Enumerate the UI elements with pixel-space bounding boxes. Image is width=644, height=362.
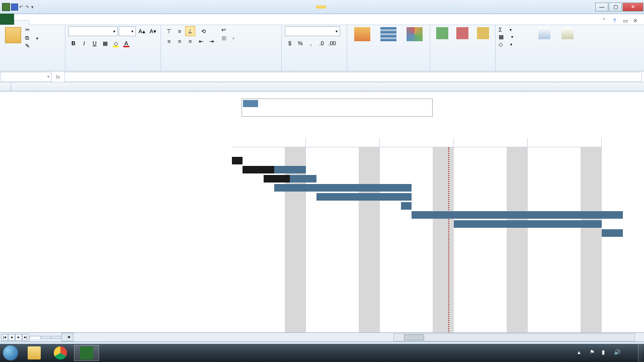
comma-icon[interactable]: , [306,38,316,48]
align-top-icon[interactable]: ⊤ [164,26,174,36]
accounting-icon[interactable]: $ [285,38,295,48]
shrink-font-icon[interactable]: A▾ [148,26,158,36]
weekend-band [359,147,380,332]
tab-page-layout[interactable] [43,21,57,25]
align-left-icon[interactable]: ≡ [164,36,174,46]
select-all-corner[interactable] [0,82,11,91]
underline-button[interactable]: U [90,38,100,48]
start-button[interactable] [0,344,21,362]
tray-volume-icon[interactable]: 🔊 [614,349,622,357]
undo-icon[interactable]: ↶ [19,5,24,10]
gantt-week-headers [232,138,602,147]
formula-input[interactable] [64,72,642,82]
name-box[interactable]: ▾ [1,72,52,82]
tab-formulas[interactable] [57,21,71,25]
dec-decimal-icon[interactable]: .00 [327,38,337,48]
group-editing-label [499,69,578,70]
tab-design[interactable] [114,21,128,25]
indent-inc-icon[interactable]: ⇥ [206,36,216,46]
align-middle-icon[interactable]: ≡ [175,26,185,36]
percent-icon[interactable]: % [295,38,305,48]
indent-dec-icon[interactable]: ⇤ [196,36,206,46]
sheet-prev-icon[interactable]: ◂ [8,334,15,341]
help-icon[interactable]: ? [613,18,620,25]
new-sheet-button[interactable]: ✦ [61,333,73,341]
window-restore-icon[interactable]: ▭ [623,18,630,25]
font-name-select[interactable]: ▾ [68,26,118,36]
formula-bar: ▾ fx [0,71,644,82]
wrap-text-button[interactable]: ↩ [221,26,234,34]
titlebar: ↶ ↷ ▾ — ▢ ✕ [0,0,644,14]
font-size-select[interactable]: ▾ [119,26,136,36]
format-as-table-button[interactable] [376,26,400,42]
merge-center-button[interactable]: ▦▾ [221,34,234,42]
tray-up-icon[interactable]: ▴ [578,349,586,357]
tab-data[interactable] [71,21,86,25]
align-bottom-icon[interactable]: ⊥ [185,26,195,36]
inc-decimal-icon[interactable]: .0 [316,38,327,48]
autosum-button[interactable]: Σ ▾ [499,26,532,33]
tray-flag-icon[interactable]: ⚑ [590,349,598,357]
taskbar-excel[interactable] [74,345,99,361]
show-desktop-button[interactable] [638,344,643,362]
grow-font-icon[interactable]: A▴ [137,26,147,36]
sort-icon [538,27,550,39]
bold-button[interactable]: B [68,38,78,48]
clear-button[interactable]: ◇ ▾ [499,41,532,48]
minimize-ribbon-icon[interactable]: ˅ [603,18,610,25]
close-button[interactable]: ✕ [622,3,643,12]
tray-network-icon[interactable]: ▮ [602,349,610,357]
gantt-bar [454,220,602,228]
eraser-icon: ◇ [499,41,503,48]
fill-button[interactable]: ▦ ▾ [499,33,532,41]
tab-view[interactable] [100,21,114,25]
maximize-button[interactable]: ▢ [609,3,622,12]
tab-review[interactable] [86,21,100,25]
group-styles-label [350,69,427,70]
workbook-close-icon[interactable]: ✕ [633,18,640,25]
insert-cells-button[interactable] [433,26,451,40]
save-icon[interactable] [11,4,18,11]
qat-more-icon[interactable]: ▾ [31,5,36,10]
redo-icon[interactable]: ↷ [25,5,30,10]
minimize-button[interactable]: — [595,3,608,12]
format-cells-button[interactable] [474,26,492,40]
paste-button[interactable] [3,26,23,45]
cut-button[interactable] [25,26,38,34]
tab-file[interactable] [0,14,14,25]
fx-icon[interactable]: fx [52,74,64,80]
copy-button[interactable]: ▾ [25,34,38,42]
cell-styles-button[interactable] [403,26,427,42]
border-button[interactable]: ▦ [100,38,110,48]
worksheet-grid[interactable] [0,82,644,332]
align-right-icon[interactable]: ≡ [185,36,195,46]
taskbar-explorer[interactable] [22,345,47,361]
sort-filter-button[interactable] [534,26,555,40]
font-color-button[interactable]: A [121,38,131,48]
sheet-first-icon[interactable]: |◂ [1,334,8,341]
sheet-tab-gantt[interactable] [30,336,41,339]
tab-insert[interactable] [29,21,43,25]
sheet-tab-holidays[interactable] [40,336,51,339]
find-select-button[interactable] [557,26,578,40]
sheet-next-icon[interactable]: ▸ [15,334,22,341]
sheet-tab-bar: |◂ ◂ ▸ ▸| ✦ [0,332,644,341]
taskbar-chrome[interactable] [48,345,73,361]
number-format-select[interactable]: ▾ [285,26,340,36]
orientation-icon[interactable]: ⟲ [196,26,211,36]
delete-cells-button[interactable] [453,26,471,40]
format-painter-button[interactable] [25,42,38,50]
align-center-icon[interactable]: ≡ [175,36,185,46]
week-header [306,138,380,147]
sheet-tab-calculations[interactable] [51,336,62,339]
week-header [454,138,528,147]
fill-icon: ▦ [499,34,504,40]
tab-home[interactable] [14,20,29,25]
horizontal-scrollbar[interactable] [393,333,635,341]
conditional-formatting-button[interactable] [350,26,374,42]
fill-color-button[interactable]: ◇ [111,38,121,48]
group-font-label [68,69,157,70]
italic-button[interactable]: I [79,38,89,48]
sheet-last-icon[interactable]: ▸| [22,334,29,341]
gantt-bar [401,202,412,210]
